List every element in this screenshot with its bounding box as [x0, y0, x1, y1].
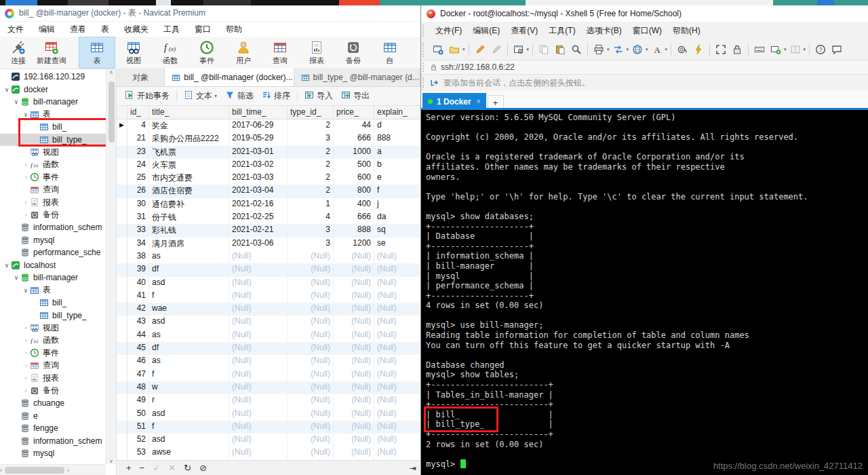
cell-bill_time[interactable]: 2021-03-01	[229, 146, 288, 159]
cell-bill_time[interactable]: 2021-03-04	[229, 185, 288, 197]
cell-type_id[interactable]: (Null)	[288, 250, 334, 263]
table-row[interactable]: 49r(Null)(Null)(Null)(Null)	[117, 394, 420, 407]
cell-title[interactable]: 酒店住宿费	[149, 185, 229, 197]
new-session-button[interactable]	[431, 42, 446, 57]
cell-title[interactable]: wae	[149, 303, 229, 316]
scrollbar-thumb[interactable]	[108, 81, 115, 142]
import-button[interactable]: 导入	[300, 89, 337, 104]
cell-type_id[interactable]: 1	[288, 198, 334, 211]
cell-price[interactable]: (Null)	[334, 381, 374, 394]
tree-item-information_schem[interactable]: information_schem	[0, 435, 106, 448]
cell-explain[interactable]: f	[374, 185, 420, 197]
virtual-keyboard-button[interactable]	[752, 42, 767, 57]
cell-explain[interactable]: a	[374, 146, 420, 159]
cell-type_id[interactable]: (Null)	[288, 277, 334, 290]
cell-bill_time[interactable]: 2021-03-02	[229, 159, 288, 172]
cell-price[interactable]: (Null)	[334, 329, 374, 342]
cell-id[interactable]: 42	[127, 303, 149, 316]
cell-title[interactable]: f	[149, 421, 229, 434]
table-row[interactable]: ▶4奖金2017-06-29244d	[117, 119, 420, 132]
expand-icon[interactable]: ›	[22, 199, 30, 206]
cell-price[interactable]: (Null)	[334, 446, 374, 459]
edit-session-button[interactable]	[473, 42, 488, 57]
cell-price[interactable]: 666	[334, 132, 374, 145]
menu-item[interactable]: 查看(V)	[505, 25, 543, 37]
expand-icon[interactable]: ›	[22, 212, 30, 218]
chevron-down-icon[interactable]: ▾	[665, 47, 668, 52]
tree-item-bill_type_[interactable]: bill_type_	[0, 309, 106, 322]
cell-id[interactable]: 38	[127, 250, 149, 263]
cell-explain[interactable]: (Null)	[374, 381, 420, 394]
table-row[interactable]: 34满月酒席2021-03-0631200se	[117, 238, 420, 250]
cell-title[interactable]: asd	[149, 316, 229, 328]
cell-explain[interactable]: (Null)	[374, 446, 420, 459]
scrollbar-thumb[interactable]	[5, 467, 64, 474]
scroll-up-icon[interactable]: ∧	[109, 69, 113, 75]
discard-changes-button[interactable]: ✕	[168, 463, 176, 473]
cell-type_id[interactable]: (Null)	[288, 368, 334, 381]
zmodem-button[interactable]	[675, 42, 690, 57]
cell-price[interactable]: (Null)	[334, 290, 374, 303]
cell-id[interactable]: 26	[127, 185, 149, 197]
cell-id[interactable]: 34	[127, 238, 149, 250]
cell-id[interactable]: 21	[127, 132, 149, 145]
expand-icon[interactable]: ›	[22, 337, 30, 344]
menu-item[interactable]: 工具(T)	[543, 25, 580, 37]
table-row[interactable]: 50asd(Null)(Null)(Null)(Null)	[117, 408, 420, 421]
chevron-down-icon[interactable]: ▾	[804, 47, 806, 52]
cell-type_id[interactable]: (Null)	[288, 421, 334, 434]
cell-explain[interactable]: (Null)	[374, 434, 420, 446]
cell-type_id[interactable]: 2	[288, 159, 334, 172]
collapse-icon[interactable]: ∨	[3, 86, 11, 93]
font-button[interactable]: A▾	[650, 42, 668, 57]
cell-type_id[interactable]: 4	[288, 211, 334, 224]
cell-bill_time[interactable]: (Null)	[229, 277, 288, 290]
cell-explain[interactable]: (Null)	[374, 263, 420, 276]
cell-explain[interactable]: (Null)	[374, 342, 420, 355]
tree-item-fengge[interactable]: fengge	[0, 422, 106, 435]
paste-button[interactable]	[553, 42, 568, 57]
menu-item[interactable]: 文件	[0, 22, 31, 37]
tree-item-docker[interactable]: ∨docker	[0, 83, 106, 96]
tree-item-[interactable]: ∨表	[0, 284, 106, 297]
tree-item-[interactable]: ›查询	[0, 360, 106, 373]
cell-bill_time[interactable]: 2021-02-21	[229, 224, 288, 237]
cell-bill_time[interactable]: 2021-03-06	[229, 238, 288, 250]
cell-explain[interactable]: (Null)	[374, 250, 420, 263]
table-row[interactable]: 30通信费补2021-02-161400j	[117, 198, 420, 211]
cell-price[interactable]: 44	[334, 119, 374, 132]
table-row[interactable]: 44as(Null)(Null)(Null)(Null)	[117, 329, 420, 342]
cell-type_id[interactable]: (Null)	[288, 342, 334, 355]
cell-type_id[interactable]: 3	[288, 132, 334, 145]
lock-screen-button[interactable]	[730, 42, 745, 57]
tree-item-e[interactable]: e	[0, 410, 106, 423]
cell-explain[interactable]: (Null)	[374, 355, 420, 368]
cell-title[interactable]: df	[149, 263, 229, 276]
toolbar-button-query[interactable]: 查询	[262, 37, 298, 69]
cell-type_id[interactable]: 2	[288, 172, 334, 185]
tree-item-mysql[interactable]: mysql	[0, 447, 106, 460]
cell-id[interactable]: 48	[127, 381, 149, 394]
table-row[interactable]: 45df(Null)(Null)(Null)(Null)	[117, 342, 420, 355]
cell-explain[interactable]: (Null)	[374, 303, 420, 316]
cell-id[interactable]: 51	[127, 421, 149, 434]
toolbar-button-table[interactable]: 表	[79, 37, 115, 69]
tree-item-[interactable]: ∨表	[0, 109, 106, 121]
cell-title[interactable]: asd	[149, 408, 229, 421]
cell-type_id[interactable]: (Null)	[288, 381, 334, 394]
cell-bill_time[interactable]: 2021-02-25	[229, 211, 288, 224]
cell-id[interactable]: 44	[127, 329, 149, 342]
cell-id[interactable]: 45	[127, 342, 149, 355]
cell-title[interactable]: as	[149, 355, 229, 368]
cell-explain[interactable]: (Null)	[374, 316, 420, 328]
tree-item-bill_[interactable]: bill_	[0, 121, 106, 134]
scroll-down-icon[interactable]: ∨	[109, 458, 113, 464]
column-header-bill_time[interactable]: bill_time_	[229, 106, 288, 119]
cell-title[interactable]: 采购办公用品2222	[149, 132, 229, 145]
cell-title[interactable]: df	[149, 342, 229, 355]
menu-item[interactable]: 查看	[62, 22, 94, 37]
begin-transaction-button[interactable]: 开始事务	[121, 89, 174, 104]
cell-explain[interactable]: d	[374, 119, 420, 132]
chevron-down-icon[interactable]: ▾	[646, 47, 648, 52]
text-button[interactable]: 文本▾	[180, 89, 221, 104]
